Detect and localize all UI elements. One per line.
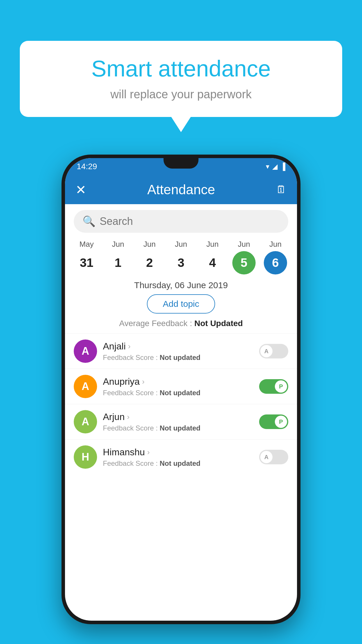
calendar-day[interactable]: Jun6 <box>261 240 290 274</box>
student-avatar: H <box>74 445 97 469</box>
toggle-knob: P <box>275 416 287 428</box>
cal-date-number[interactable]: 2 <box>138 251 161 274</box>
cal-month-label: Jun <box>269 240 282 249</box>
attendance-toggle[interactable]: A <box>259 450 288 464</box>
cal-date-number[interactable]: 4 <box>201 251 224 274</box>
attendance-toggle[interactable]: A <box>259 344 288 358</box>
student-feedback: Feedback Score : Not updated <box>103 424 253 432</box>
wifi-icon: ▾ <box>266 162 269 171</box>
student-avatar: A <box>74 410 97 433</box>
chevron-icon: › <box>127 412 130 421</box>
cal-month-label: Jun <box>112 240 124 249</box>
cal-month-label: Jun <box>206 240 219 249</box>
avg-feedback-label: Average Feedback : <box>119 319 192 328</box>
avg-feedback-value: Not Updated <box>194 319 243 328</box>
search-bar[interactable]: 🔍 <box>74 210 288 233</box>
toggle-knob: A <box>260 451 273 463</box>
close-icon[interactable]: ✕ <box>75 182 86 197</box>
cal-date-number[interactable]: 6 <box>264 251 287 274</box>
cal-date-number[interactable]: 31 <box>75 251 98 274</box>
chevron-icon: › <box>147 448 150 457</box>
attendance-toggle[interactable]: P <box>259 414 288 429</box>
phone-screen: 14:29 ▾ ◢ ▐ ✕ Attendance 🗓 🔍 May31Jun1Ju… <box>65 158 297 621</box>
selected-date-label: Thursday, 06 June 2019 <box>65 274 297 294</box>
bubble-subtitle: will replace your paperwork <box>37 88 325 101</box>
bubble-title: Smart attendance <box>37 55 325 82</box>
calendar-day[interactable]: Jun4 <box>198 240 227 274</box>
student-row[interactable]: AAnjali ›Feedback Score : Not updatedA <box>65 333 297 369</box>
student-info: Arjun ›Feedback Score : Not updated <box>103 412 253 432</box>
student-list: AAnjali ›Feedback Score : Not updatedAAA… <box>65 333 297 475</box>
student-name[interactable]: Anjali › <box>103 341 253 352</box>
notch <box>164 158 198 169</box>
search-icon: 🔍 <box>82 215 96 228</box>
calendar-strip: May31Jun1Jun2Jun3Jun4Jun5Jun6 <box>65 236 297 274</box>
calendar-day[interactable]: Jun2 <box>135 240 164 274</box>
calendar-day[interactable]: Jun1 <box>103 240 133 274</box>
student-avatar: A <box>74 340 97 363</box>
phone-frame: 14:29 ▾ ◢ ▐ ✕ Attendance 🗓 🔍 May31Jun1Ju… <box>61 155 301 624</box>
student-row[interactable]: HHimanshu ›Feedback Score : Not updatedA <box>65 439 297 475</box>
cal-month-label: Jun <box>238 240 250 249</box>
toggle-knob: P <box>275 380 287 393</box>
cal-month-label: Jun <box>175 240 187 249</box>
student-feedback: Feedback Score : Not updated <box>103 459 253 468</box>
student-row[interactable]: AAnupriya ›Feedback Score : Not updatedP <box>65 369 297 404</box>
cal-month-label: May <box>79 240 94 249</box>
student-info: Anupriya ›Feedback Score : Not updated <box>103 376 253 397</box>
calendar-day[interactable]: Jun3 <box>166 240 196 274</box>
student-info: Himanshu ›Feedback Score : Not updated <box>103 447 253 468</box>
search-input[interactable] <box>100 215 280 228</box>
app-bar: ✕ Attendance 🗓 <box>65 175 297 204</box>
app-title: Attendance <box>147 182 215 197</box>
calendar-day[interactable]: Jun5 <box>229 240 259 274</box>
student-name[interactable]: Anupriya › <box>103 376 253 387</box>
add-topic-button[interactable]: Add topic <box>147 294 215 314</box>
status-time: 14:29 <box>77 162 97 171</box>
cal-month-label: Jun <box>143 240 156 249</box>
calendar-icon[interactable]: 🗓 <box>276 183 287 196</box>
cal-date-number[interactable]: 1 <box>106 251 130 274</box>
battery-icon: ▐ <box>280 162 285 171</box>
cal-date-number[interactable]: 5 <box>232 251 256 274</box>
avg-feedback: Average Feedback : Not Updated <box>65 319 297 328</box>
student-info: Anjali ›Feedback Score : Not updated <box>103 341 253 362</box>
chevron-icon: › <box>142 377 145 386</box>
student-feedback: Feedback Score : Not updated <box>103 354 253 362</box>
toggle-knob: A <box>260 345 273 357</box>
student-feedback: Feedback Score : Not updated <box>103 389 253 397</box>
speech-bubble: Smart attendance will replace your paper… <box>20 41 342 117</box>
cal-date-number[interactable]: 3 <box>169 251 193 274</box>
chevron-icon: › <box>128 342 131 351</box>
attendance-toggle[interactable]: P <box>259 379 288 394</box>
student-name[interactable]: Arjun › <box>103 412 253 422</box>
student-name[interactable]: Himanshu › <box>103 447 253 458</box>
student-avatar: A <box>74 375 97 398</box>
calendar-day[interactable]: May31 <box>72 240 101 274</box>
student-row[interactable]: AArjun ›Feedback Score : Not updatedP <box>65 404 297 439</box>
status-icons: ▾ ◢ ▐ <box>266 162 285 171</box>
signal-icon: ◢ <box>272 162 277 171</box>
status-bar: 14:29 ▾ ◢ ▐ <box>65 158 297 175</box>
